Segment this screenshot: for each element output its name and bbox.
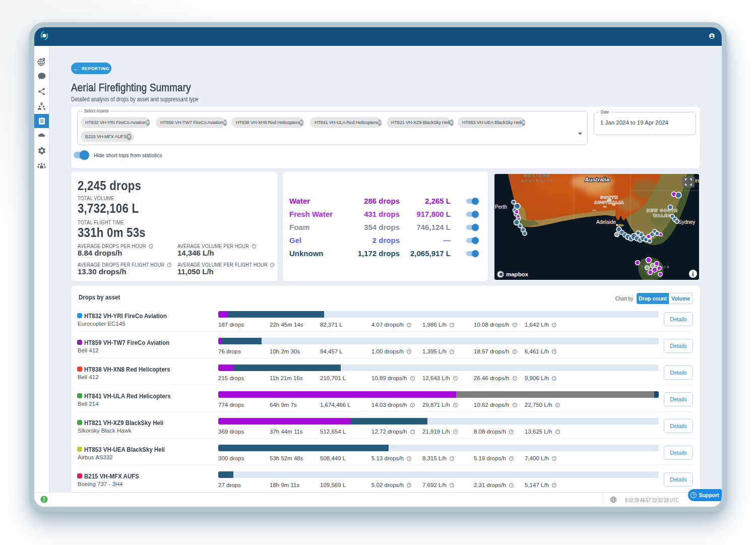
svg-text:Australia: Australia [585,176,610,183]
svg-text:SOUTH: SOUTH [600,195,618,200]
svg-text:WESTERN: WESTERN [524,174,551,178]
svg-text:mapbox: mapbox [506,271,529,277]
svg-text:WALES: WALES [653,213,671,218]
svg-text:Perth: Perth [495,204,507,210]
svg-text:in: in [695,178,699,184]
svg-text:Sydney: Sydney [678,219,695,225]
svg-text:AUSTRALIA: AUSTRALIA [521,178,553,183]
svg-text:Adelaide: Adelaide [596,219,616,225]
svg-text:AUSTRALIA: AUSTRALIA [594,200,624,205]
svg-text:NEW SOUTH: NEW SOUTH [647,208,678,213]
